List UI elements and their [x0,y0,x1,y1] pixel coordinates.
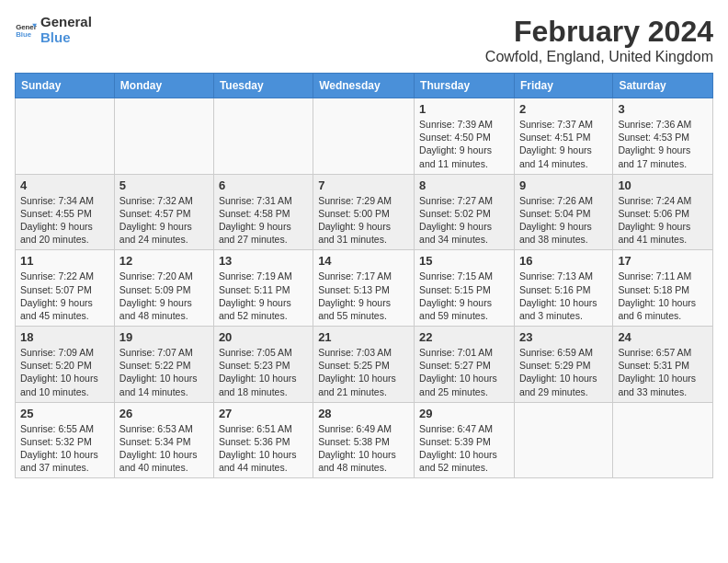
calendar-day-12: 12Sunrise: 7:20 AMSunset: 5:09 PMDayligh… [114,250,213,327]
calendar-week-row: 1Sunrise: 7:39 AMSunset: 4:50 PMDaylight… [16,98,713,175]
day-content: Sunrise: 7:31 AMSunset: 4:58 PMDaylight:… [219,194,308,247]
calendar-day-29: 29Sunrise: 6:47 AMSunset: 5:39 PMDayligh… [415,402,515,478]
day-number: 20 [219,330,308,344]
svg-text:Blue: Blue [16,30,32,39]
calendar-day-2: 2Sunrise: 7:37 AMSunset: 4:51 PMDaylight… [514,98,612,175]
calendar-day-4: 4Sunrise: 7:34 AMSunset: 4:55 PMDaylight… [16,174,115,250]
calendar-day-19: 19Sunrise: 7:07 AMSunset: 5:22 PMDayligh… [114,327,213,403]
day-number: 22 [419,330,509,344]
day-content: Sunrise: 7:37 AMSunset: 4:51 PMDaylight:… [519,118,608,170]
day-number: 1 [419,102,509,116]
day-content: Sunrise: 7:19 AMSunset: 5:11 PMDaylight:… [219,270,308,322]
page-header: General Blue General Blue February 2024 … [15,15,713,65]
day-number: 14 [318,254,409,268]
day-content: Sunrise: 6:59 AMSunset: 5:29 PMDaylight:… [519,346,608,398]
logo-icon: General Blue [15,19,37,41]
calendar-day-9: 9Sunrise: 7:26 AMSunset: 5:04 PMDaylight… [514,174,612,250]
calendar-empty-cell [114,98,213,175]
day-content: Sunrise: 7:09 AMSunset: 5:20 PMDaylight:… [20,346,109,398]
day-content: Sunrise: 7:20 AMSunset: 5:09 PMDaylight:… [119,270,209,322]
day-content: Sunrise: 6:57 AMSunset: 5:31 PMDaylight:… [618,346,708,398]
day-content: Sunrise: 6:49 AMSunset: 5:38 PMDaylight:… [318,422,409,475]
weekday-header-saturday: Saturday [613,74,713,98]
calendar-day-7: 7Sunrise: 7:29 AMSunset: 5:00 PMDaylight… [313,174,415,250]
day-content: Sunrise: 6:47 AMSunset: 5:39 PMDaylight:… [419,422,509,475]
weekday-header-tuesday: Tuesday [213,74,313,98]
day-number: 27 [219,407,308,420]
calendar-empty-cell [313,98,415,175]
calendar-empty-cell [16,98,115,175]
logo: General Blue General Blue [15,15,92,45]
calendar-day-25: 25Sunrise: 6:55 AMSunset: 5:32 PMDayligh… [16,402,115,478]
weekday-header-sunday: Sunday [16,74,115,98]
calendar-day-17: 17Sunrise: 7:11 AMSunset: 5:18 PMDayligh… [613,250,713,327]
calendar-empty-cell [613,402,713,478]
calendar-empty-cell [514,402,612,478]
calendar-day-10: 10Sunrise: 7:24 AMSunset: 5:06 PMDayligh… [613,174,713,250]
day-content: Sunrise: 7:07 AMSunset: 5:22 PMDaylight:… [119,346,209,398]
calendar-day-28: 28Sunrise: 6:49 AMSunset: 5:38 PMDayligh… [313,402,415,478]
day-number: 12 [119,254,209,268]
calendar-week-row: 4Sunrise: 7:34 AMSunset: 4:55 PMDaylight… [16,174,713,250]
day-number: 15 [419,254,509,268]
weekday-header-friday: Friday [514,74,612,98]
calendar-day-16: 16Sunrise: 7:13 AMSunset: 5:16 PMDayligh… [514,250,612,327]
day-number: 18 [20,330,109,344]
day-content: Sunrise: 7:01 AMSunset: 5:27 PMDaylight:… [419,346,509,398]
day-number: 6 [219,178,308,192]
calendar-day-3: 3Sunrise: 7:36 AMSunset: 4:53 PMDaylight… [613,98,713,175]
day-number: 23 [519,330,608,344]
day-number: 19 [119,330,209,344]
day-number: 4 [20,178,109,192]
calendar-week-row: 25Sunrise: 6:55 AMSunset: 5:32 PMDayligh… [16,402,713,478]
day-number: 7 [318,178,409,192]
calendar-day-13: 13Sunrise: 7:19 AMSunset: 5:11 PMDayligh… [213,250,313,327]
calendar-day-5: 5Sunrise: 7:32 AMSunset: 4:57 PMDaylight… [114,174,213,250]
day-number: 9 [519,178,608,192]
calendar-day-27: 27Sunrise: 6:51 AMSunset: 5:36 PMDayligh… [213,402,313,478]
day-content: Sunrise: 7:15 AMSunset: 5:15 PMDaylight:… [419,270,509,322]
logo-general: General [40,15,92,30]
title-block: February 2024 Cowfold, England, United K… [485,15,713,65]
calendar-day-14: 14Sunrise: 7:17 AMSunset: 5:13 PMDayligh… [313,250,415,327]
day-number: 11 [20,254,109,268]
day-content: Sunrise: 7:22 AMSunset: 5:07 PMDaylight:… [20,270,109,322]
calendar-day-18: 18Sunrise: 7:09 AMSunset: 5:20 PMDayligh… [16,327,115,403]
calendar-day-22: 22Sunrise: 7:01 AMSunset: 5:27 PMDayligh… [415,327,515,403]
day-content: Sunrise: 7:32 AMSunset: 4:57 PMDaylight:… [119,194,209,247]
day-number: 5 [119,178,209,192]
day-content: Sunrise: 7:27 AMSunset: 5:02 PMDaylight:… [419,194,509,247]
location-subtitle: Cowfold, England, United Kingdom [485,49,713,65]
weekday-header-thursday: Thursday [415,74,515,98]
day-number: 29 [419,407,509,420]
calendar-day-1: 1Sunrise: 7:39 AMSunset: 4:50 PMDaylight… [415,98,515,175]
weekday-header-monday: Monday [114,74,213,98]
calendar-day-21: 21Sunrise: 7:03 AMSunset: 5:25 PMDayligh… [313,327,415,403]
day-number: 8 [419,178,509,192]
day-number: 28 [318,407,409,420]
day-number: 13 [219,254,308,268]
day-content: Sunrise: 7:34 AMSunset: 4:55 PMDaylight:… [20,194,109,247]
calendar-day-6: 6Sunrise: 7:31 AMSunset: 4:58 PMDaylight… [213,174,313,250]
month-year-title: February 2024 [485,15,713,49]
day-number: 3 [618,102,708,116]
day-number: 25 [20,407,109,420]
day-content: Sunrise: 6:51 AMSunset: 5:36 PMDaylight:… [219,422,308,475]
day-number: 16 [519,254,608,268]
day-content: Sunrise: 7:03 AMSunset: 5:25 PMDaylight:… [318,346,409,398]
day-number: 17 [618,254,708,268]
day-number: 26 [119,407,209,420]
day-content: Sunrise: 7:39 AMSunset: 4:50 PMDaylight:… [419,118,509,170]
day-content: Sunrise: 7:26 AMSunset: 5:04 PMDaylight:… [519,194,608,247]
day-number: 2 [519,102,608,116]
day-content: Sunrise: 7:17 AMSunset: 5:13 PMDaylight:… [318,270,409,322]
calendar-day-11: 11Sunrise: 7:22 AMSunset: 5:07 PMDayligh… [16,250,115,327]
calendar-day-15: 15Sunrise: 7:15 AMSunset: 5:15 PMDayligh… [415,250,515,327]
calendar-day-8: 8Sunrise: 7:27 AMSunset: 5:02 PMDaylight… [415,174,515,250]
calendar-table: SundayMondayTuesdayWednesdayThursdayFrid… [15,73,713,478]
calendar-week-row: 11Sunrise: 7:22 AMSunset: 5:07 PMDayligh… [16,250,713,327]
day-content: Sunrise: 7:05 AMSunset: 5:23 PMDaylight:… [219,346,308,398]
day-content: Sunrise: 7:29 AMSunset: 5:00 PMDaylight:… [318,194,409,247]
calendar-day-24: 24Sunrise: 6:57 AMSunset: 5:31 PMDayligh… [613,327,713,403]
logo-blue: Blue [40,30,92,46]
